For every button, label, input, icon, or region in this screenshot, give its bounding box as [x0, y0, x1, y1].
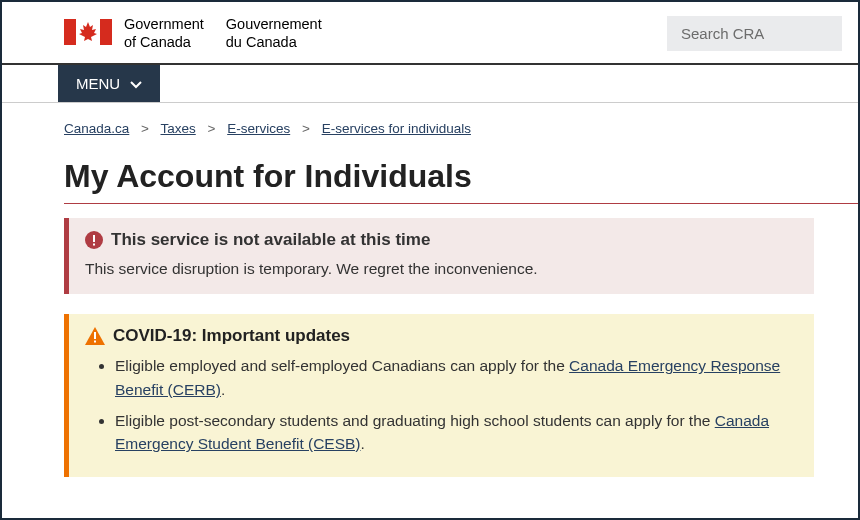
alert-covid-updates: COVID-19: Important updates Eligible emp… [64, 314, 814, 477]
breadcrumb-sep: > [294, 121, 318, 136]
site-header: Government of Canada Gouvernement du Can… [2, 2, 858, 65]
svg-rect-4 [93, 235, 95, 242]
breadcrumb-sep: > [133, 121, 157, 136]
government-wordmark: Government of Canada Gouvernement du Can… [124, 16, 322, 51]
main-menu-button[interactable]: MENU [58, 65, 160, 102]
warning-icon [85, 327, 105, 345]
breadcrumb-link-1[interactable]: Taxes [160, 121, 195, 136]
gov-fr-line2: du Canada [226, 34, 322, 51]
content-area: Canada.ca > Taxes > E-services > E-servi… [2, 102, 858, 517]
breadcrumb-sep: > [200, 121, 224, 136]
alert-danger-body: This service disruption is temporary. We… [85, 258, 798, 280]
gov-en-line2: of Canada [124, 34, 204, 51]
chevron-down-icon [130, 75, 142, 92]
alert-warning-title: COVID-19: Important updates [113, 326, 350, 346]
menu-label: MENU [76, 75, 120, 92]
alert-service-unavailable: This service is not available at this ti… [64, 218, 814, 294]
svg-rect-7 [94, 341, 96, 343]
svg-rect-5 [93, 244, 95, 246]
search-input[interactable] [667, 16, 842, 51]
menu-bar: MENU [2, 65, 858, 102]
list-item: Eligible post-secondary students and gra… [115, 409, 798, 456]
item2-pre: Eligible post-secondary students and gra… [115, 412, 715, 429]
breadcrumb-link-3[interactable]: E-services for individuals [322, 121, 471, 136]
svg-rect-0 [64, 19, 76, 45]
alert-warning-list: Eligible employed and self-employed Cana… [85, 354, 798, 455]
page-frame: Government of Canada Gouvernement du Can… [0, 0, 860, 520]
canada-flag-icon [64, 19, 112, 49]
error-icon [85, 231, 103, 249]
gov-fr-line1: Gouvernement [226, 16, 322, 33]
list-item: Eligible employed and self-employed Cana… [115, 354, 798, 401]
brand-block: Government of Canada Gouvernement du Can… [64, 16, 322, 51]
page-title: My Account for Individuals [64, 158, 858, 204]
item2-post: . [361, 435, 365, 452]
svg-rect-6 [94, 332, 96, 339]
breadcrumb: Canada.ca > Taxes > E-services > E-servi… [64, 117, 814, 158]
alert-danger-title: This service is not available at this ti… [111, 230, 430, 250]
breadcrumb-link-2[interactable]: E-services [227, 121, 290, 136]
item1-post: . [221, 381, 225, 398]
item1-pre: Eligible employed and self-employed Cana… [115, 357, 569, 374]
gov-en-line1: Government [124, 16, 204, 33]
svg-rect-2 [100, 19, 112, 45]
breadcrumb-link-0[interactable]: Canada.ca [64, 121, 129, 136]
